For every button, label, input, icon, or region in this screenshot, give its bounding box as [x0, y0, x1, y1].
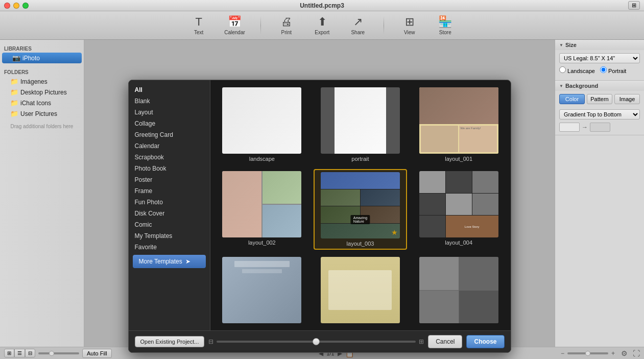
layout004-c7 — [419, 216, 445, 237]
template-layout004[interactable]: Love Story layout_004 — [412, 169, 506, 250]
template-layout003-thumb: AmazingNature ★ — [321, 172, 400, 238]
toolbar-view[interactable]: ⊞ View — [399, 15, 420, 35]
landscape-radio[interactable] — [559, 66, 566, 73]
layout001-top — [419, 87, 498, 124]
nav-item-poster[interactable]: Poster — [129, 174, 210, 185]
template-row3-mid[interactable] — [314, 255, 407, 325]
toolbar-store[interactable]: 🏪 Store — [435, 15, 456, 35]
toolbar-calendar[interactable]: 📅 Calendar — [224, 15, 245, 35]
layout004-c4 — [419, 194, 445, 216]
bg-image-tab[interactable]: Image — [614, 94, 640, 104]
view-toggle-button[interactable]: ⊞ — [628, 1, 640, 10]
store-label: Store — [439, 30, 451, 35]
nav-item-scrapbook[interactable]: Scrapbook — [129, 152, 210, 163]
sidebar-item-iphoto[interactable]: 📷 iPhoto — [2, 53, 82, 63]
iphoto-icon: 📷 — [12, 54, 20, 62]
maximize-button[interactable] — [22, 3, 29, 9]
template-layout002[interactable]: layout_002 — [216, 169, 309, 250]
sidebar-item-desktop[interactable]: 📁 Desktop Pictures — [0, 87, 84, 98]
gradient-select[interactable]: Gradient Top to Bottom Solid Gradient Le… — [559, 109, 640, 119]
row3-left-bg — [222, 257, 301, 323]
zoom-out-bottom-icon: − — [561, 350, 564, 357]
toolbar-text[interactable]: T Text — [188, 15, 209, 35]
nav-item-diskcover[interactable]: Disk Cover — [129, 208, 210, 219]
layout004-c5 — [446, 194, 472, 216]
view-controls: ⊞ — [628, 1, 640, 10]
rr-c1 — [419, 257, 459, 290]
close-button[interactable] — [4, 3, 10, 9]
settings-icon[interactable]: ⚙ — [621, 349, 628, 357]
nav-item-frame[interactable]: Frame — [129, 185, 210, 197]
nav-item-all[interactable]: All — [129, 84, 210, 95]
nav-item-calendar[interactable]: Calendar — [129, 140, 210, 152]
main-toolbar: T Text 📅 Calendar 🖨 Print ⬆ Export ↗ Sha… — [0, 11, 644, 40]
rr-c2 — [459, 257, 498, 290]
print-label: Print — [281, 30, 292, 35]
toolbar-export[interactable]: ⬆ Export — [312, 15, 332, 35]
layout004-c1 — [419, 171, 445, 193]
minimize-button[interactable] — [13, 3, 19, 9]
nav-item-blank[interactable]: Blank — [129, 95, 210, 107]
arrow-icon: → — [582, 124, 588, 131]
nav-item-layout[interactable]: Layout — [129, 107, 210, 118]
view-list-button[interactable]: ☰ — [14, 349, 25, 357]
template-landscape[interactable]: landscape — [216, 85, 309, 164]
nav-item-favorite[interactable]: Favorite — [129, 242, 210, 253]
bg-triangle-icon: ▼ — [559, 84, 563, 88]
landscape-radio-label[interactable]: Landscape — [559, 66, 595, 74]
toolbar-share[interactable]: ↗ Share — [348, 15, 368, 35]
nav-item-photobook[interactable]: Photo Book — [129, 163, 210, 174]
template-row3-left-thumb — [222, 257, 301, 323]
nav-item-mytemplates[interactable]: My Templates — [129, 230, 210, 242]
sidebar-item-imagenes[interactable]: 📁 Imágenes — [0, 76, 84, 87]
size-section-title: Size — [565, 42, 577, 48]
background-section-header[interactable]: ▼ Background — [555, 81, 644, 91]
cancel-button[interactable]: Cancel — [428, 335, 462, 348]
open-existing-button[interactable]: Open Existing Project... — [135, 336, 205, 347]
layout004-label-cell: Love Story — [446, 216, 498, 237]
layout001-bottom: We are Family! — [419, 124, 498, 154]
sidebar-item-ichat[interactable]: 📁 iChat Icons — [0, 98, 84, 108]
size-select[interactable]: US Legal: 8.5" X 14" Letter: 8.5" X 11" … — [559, 53, 640, 63]
zoom-slider[interactable] — [217, 341, 416, 343]
window-controls[interactable] — [4, 3, 29, 9]
template-portrait[interactable]: portrait — [314, 85, 407, 164]
toolbar-print[interactable]: 🖨 Print — [276, 15, 297, 35]
view-label: View — [404, 30, 415, 35]
fullscreen-icon[interactable]: ⛶ — [633, 349, 640, 357]
layout004-bg: Love Story — [419, 171, 498, 237]
layout004-c2 — [446, 171, 472, 193]
portrait-radio-label[interactable]: Portrait — [600, 66, 627, 74]
template-row3-left[interactable] — [216, 255, 309, 325]
zoom-slider-bottom[interactable] — [567, 352, 608, 354]
sidebar-item-user[interactable]: 📁 User Pictures — [0, 108, 84, 119]
portrait-bg — [335, 87, 386, 154]
orientation-row: Landscape Portrait — [559, 66, 640, 74]
background-section: ▼ Background Color Pattern Image Gradien… — [555, 81, 644, 135]
auto-fill-button[interactable]: Auto Fill — [82, 349, 112, 358]
row3-mid-bg — [321, 257, 400, 323]
view-grid-button[interactable]: ⊞ — [4, 349, 14, 357]
view-icon: ⊞ — [405, 15, 414, 29]
nav-item-collage[interactable]: Collage — [129, 118, 210, 129]
template-layout003[interactable]: AmazingNature ★ layout_003 — [314, 169, 407, 250]
row3-text1 — [234, 261, 290, 267]
more-templates-button[interactable]: More Templates ➤ — [133, 255, 206, 268]
bg-pattern-tab[interactable]: Pattern — [587, 94, 612, 104]
size-section-header[interactable]: ▼ Size — [555, 40, 644, 50]
layout001-cell1 — [421, 126, 459, 153]
row3-right-bg — [419, 257, 498, 323]
template-row3-right[interactable] — [412, 255, 506, 325]
color-swatch-to[interactable] — [590, 123, 610, 132]
view-strip-button[interactable]: ⊟ — [25, 349, 35, 357]
nav-item-greeting[interactable]: Greeting Card — [129, 129, 210, 140]
star-icon: ★ — [391, 228, 398, 236]
nav-item-comic[interactable]: Comic — [129, 219, 210, 230]
template-layout001[interactable]: We are Family! layout_001 — [412, 85, 506, 164]
size-slider[interactable] — [38, 352, 79, 354]
bg-color-tab[interactable]: Color — [559, 94, 585, 104]
portrait-radio[interactable] — [600, 66, 607, 73]
nav-item-funphoto[interactable]: Fun Photo — [129, 197, 210, 208]
color-swatch-from[interactable] — [559, 123, 580, 132]
choose-button[interactable]: Choose — [466, 335, 504, 348]
